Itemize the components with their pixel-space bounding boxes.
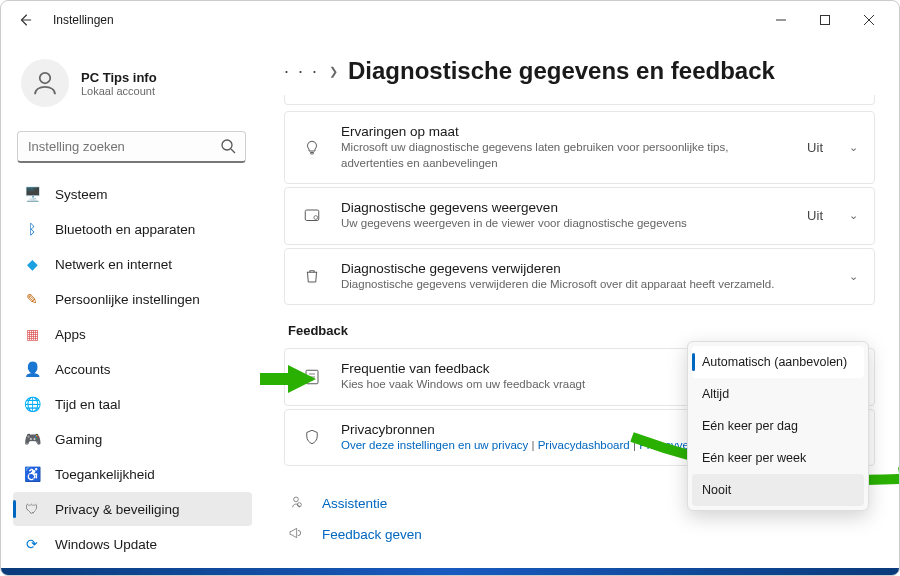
minimize-button[interactable]: [759, 5, 803, 35]
dashboard-icon: [301, 207, 323, 225]
lightbulb-icon: [301, 139, 323, 157]
sidebar-item-personal[interactable]: ✎Persoonlijke instellingen: [13, 282, 252, 316]
titlebar: Instellingen: [1, 1, 899, 39]
sidebar-item-label: Gaming: [55, 432, 102, 447]
maximize-button[interactable]: [803, 5, 847, 35]
privacy-icon: 🛡: [23, 501, 41, 517]
section-label-feedback: Feedback: [288, 323, 875, 338]
dropdown-option[interactable]: Eén keer per week: [692, 442, 864, 474]
sidebar-item-label: Apps: [55, 327, 86, 342]
sidebar-item-gaming[interactable]: 🎮Gaming: [13, 422, 252, 456]
search-wrap: [17, 131, 246, 163]
minimize-icon: [776, 15, 786, 25]
taskbar-edge: [1, 568, 899, 575]
network-icon: ◆: [23, 256, 41, 272]
close-button[interactable]: [847, 5, 891, 35]
svg-point-5: [222, 140, 232, 150]
dropdown-option[interactable]: Eén keer per dag: [692, 410, 864, 442]
card-collapsed-peek[interactable]: [284, 95, 875, 105]
dropdown-option[interactable]: Automatisch (aanbevolen): [692, 346, 864, 378]
trash-icon: [301, 267, 323, 285]
breadcrumb: · · · ❯ Diagnostische gegevens en feedba…: [284, 57, 875, 85]
sidebar-item-accounts[interactable]: 👤Accounts: [13, 352, 252, 386]
user-name: PC Tips info: [81, 70, 157, 85]
avatar: [21, 59, 69, 107]
card-desc: Microsoft uw diagnostische gegevens late…: [341, 140, 789, 171]
annotation-arrow: [258, 359, 318, 399]
sidebar-item-network[interactable]: ◆Netwerk en internet: [13, 247, 252, 281]
sidebar-item-label: Netwerk en internet: [55, 257, 172, 272]
sidebar-item-label: Privacy & beveiliging: [55, 502, 180, 517]
time-icon: 🌐: [23, 396, 41, 412]
back-button[interactable]: [9, 4, 41, 36]
chevron-right-icon: ❯: [329, 65, 338, 78]
svg-point-13: [294, 497, 299, 502]
link-dashboard[interactable]: Privacydashboard: [538, 439, 630, 451]
give-feedback-link[interactable]: Feedback geven: [284, 519, 875, 550]
card-value: Uit: [807, 208, 823, 223]
sidebar-item-apps[interactable]: ▦Apps: [13, 317, 252, 351]
sidebar-item-system[interactable]: 🖥️Systeem: [13, 177, 252, 211]
gaming-icon: 🎮: [23, 431, 41, 447]
svg-rect-1: [821, 16, 830, 25]
window-controls: [759, 5, 891, 35]
update-icon: ⟳: [23, 536, 41, 552]
sidebar-item-label: Persoonlijke instellingen: [55, 292, 200, 307]
svg-point-4: [40, 73, 51, 84]
sidebar-item-label: Bluetooth en apparaten: [55, 222, 195, 237]
search-input[interactable]: [17, 131, 246, 163]
card-desc: Uw gegevens weergeven in de viewer voor …: [341, 216, 789, 232]
arrow-left-icon: [18, 13, 32, 27]
window-title: Instellingen: [53, 13, 114, 27]
person-icon: [30, 68, 60, 98]
nav-list: 🖥️SysteemᛒBluetooth en apparaten◆Netwerk…: [13, 177, 252, 562]
card-value: Uit: [807, 140, 823, 155]
sidebar-item-label: Windows Update: [55, 537, 157, 552]
card-view[interactable]: Diagnostische gegevens weergeven Uw gege…: [284, 187, 875, 245]
feedback-freq-dropdown: Automatisch (aanbevolen) Altijd Eén keer…: [687, 341, 869, 511]
sidebar-item-label: Tijd en taal: [55, 397, 121, 412]
main-panel: · · · ❯ Diagnostische gegevens en feedba…: [256, 39, 899, 575]
give-feedback-label: Feedback geven: [322, 527, 422, 542]
close-icon: [864, 15, 874, 25]
breadcrumb-more[interactable]: · · ·: [284, 61, 319, 82]
access-icon: ♿: [23, 466, 41, 482]
shield-icon: [301, 428, 323, 446]
sidebar-item-label: Accounts: [55, 362, 111, 377]
user-sub: Lokaal account: [81, 85, 157, 97]
dropdown-option[interactable]: Altijd: [692, 378, 864, 410]
sidebar-item-label: Systeem: [55, 187, 108, 202]
sidebar-item-privacy[interactable]: 🛡Privacy & beveiliging: [13, 492, 252, 526]
svg-line-6: [231, 149, 235, 153]
apps-icon: ▦: [23, 326, 41, 342]
sidebar-item-label: Toegankelijkheid: [55, 467, 155, 482]
user-block[interactable]: PC Tips info Lokaal account: [13, 39, 252, 127]
chevron-down-icon: ⌄: [849, 141, 858, 154]
page-title: Diagnostische gegevens en feedback: [348, 57, 775, 85]
sidebar-item-bluetooth[interactable]: ᛒBluetooth en apparaten: [13, 212, 252, 246]
maximize-icon: [820, 15, 830, 25]
card-delete[interactable]: Diagnostische gegevens verwijderen Diagn…: [284, 248, 875, 306]
sidebar-item-update[interactable]: ⟳Windows Update: [13, 527, 252, 561]
megaphone-icon: [288, 525, 308, 544]
system-icon: 🖥️: [23, 186, 41, 202]
card-desc: Diagnostische gegevens verwijderen die M…: [341, 277, 831, 293]
bluetooth-icon: ᛒ: [23, 221, 41, 237]
sidebar: PC Tips info Lokaal account 🖥️SysteemᛒBl…: [1, 39, 256, 575]
svg-marker-15: [260, 365, 316, 393]
card-tailored[interactable]: Ervaringen op maat Microsoft uw diagnost…: [284, 111, 875, 184]
chevron-down-icon: ⌄: [849, 209, 858, 222]
svg-point-8: [314, 215, 318, 219]
chevron-down-icon: ⌄: [849, 270, 858, 283]
help-icon: [288, 494, 308, 513]
card-title: Ervaringen op maat: [341, 124, 789, 139]
dropdown-option[interactable]: Nooit: [692, 474, 864, 506]
sidebar-item-access[interactable]: ♿Toegankelijkheid: [13, 457, 252, 491]
help-label: Assistentie: [322, 496, 387, 511]
card-title: Diagnostische gegevens weergeven: [341, 200, 789, 215]
link-about-settings[interactable]: Over deze instellingen en uw privacy: [341, 439, 528, 451]
accounts-icon: 👤: [23, 361, 41, 377]
sidebar-item-time[interactable]: 🌐Tijd en taal: [13, 387, 252, 421]
personal-icon: ✎: [23, 291, 41, 307]
search-icon: [220, 138, 236, 158]
